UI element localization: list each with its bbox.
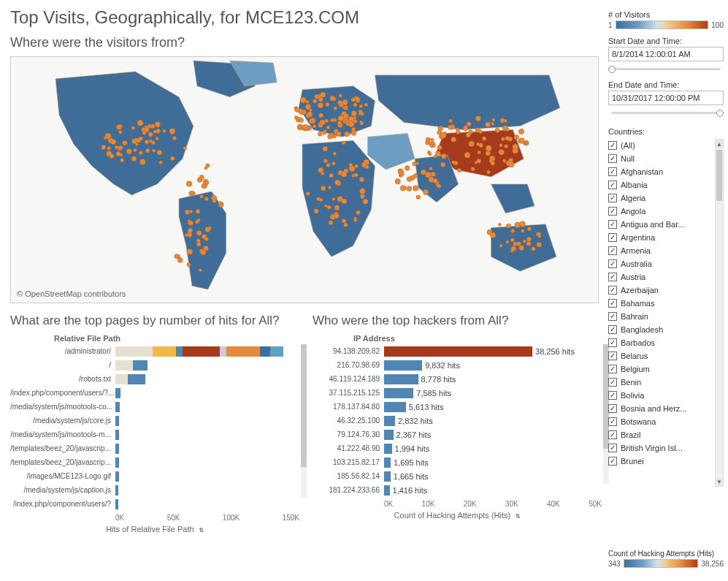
start-date-input[interactable] — [608, 47, 724, 61]
pages-bar-row[interactable]: /media/system/js/mootools-m... — [10, 428, 295, 441]
pages-bar-row[interactable]: / — [10, 358, 295, 372]
hackers-bar-row[interactable]: 181.224.233.661,416 hits — [313, 483, 597, 497]
svg-point-36 — [101, 145, 106, 149]
pages-row-label: /templates/beez_20/javascrip... — [10, 444, 115, 452]
country-filter-item[interactable]: ✓Barbados — [608, 336, 715, 349]
pages-bar-row[interactable]: /templates/beez_20/javascrip... — [10, 441, 295, 455]
country-filter-item[interactable]: ✓Bangladesh — [608, 323, 715, 336]
checkbox-icon[interactable]: ✓ — [608, 325, 617, 334]
country-filter-item[interactable]: ✓Brazil — [608, 428, 715, 441]
pages-bar-row[interactable]: /index.php/component/users/?... — [10, 386, 295, 400]
checkbox-icon[interactable]: ✓ — [608, 286, 617, 295]
checkbox-icon[interactable]: ✓ — [608, 141, 617, 150]
svg-point-297 — [475, 161, 478, 164]
hackers-row-value: 1,416 hits — [390, 486, 428, 495]
country-filter-item[interactable]: ✓Austria — [608, 270, 715, 284]
svg-point-77 — [206, 164, 210, 167]
scroll-thumb[interactable] — [716, 150, 722, 201]
checkbox-icon[interactable]: ✓ — [608, 233, 617, 242]
countries-scrollbar[interactable]: ▲ ▼ — [715, 139, 724, 487]
checkbox-icon[interactable]: ✓ — [608, 457, 617, 466]
checkbox-icon[interactable]: ✓ — [608, 352, 617, 360]
country-filter-item[interactable]: ✓Albania — [608, 178, 715, 191]
checkbox-icon[interactable]: ✓ — [608, 444, 617, 452]
country-filter-item[interactable]: ✓Afghanistan — [608, 165, 715, 178]
hackers-bar-row[interactable]: 79.124.76.302,367 hits — [313, 428, 597, 441]
checkbox-icon[interactable]: ✓ — [608, 391, 617, 400]
pages-bar-row[interactable]: /images/MCE123-Logo.gif — [10, 469, 295, 483]
svg-point-182 — [323, 146, 328, 151]
checkbox-icon[interactable]: ✓ — [608, 378, 617, 387]
checkbox-icon[interactable]: ✓ — [608, 299, 617, 308]
svg-point-367 — [413, 186, 418, 191]
country-filter-item[interactable]: ✓Argentina — [608, 231, 715, 244]
scroll-up-icon[interactable]: ▲ — [716, 140, 723, 148]
end-date-input[interactable] — [608, 91, 724, 105]
country-filter-item[interactable]: ✓Botswana — [608, 415, 715, 428]
checkbox-icon[interactable]: ✓ — [608, 181, 617, 189]
pages-bar-row[interactable]: /templates/beez_20/javascrip... — [10, 455, 295, 469]
checkbox-icon[interactable]: ✓ — [608, 194, 617, 202]
hackers-bar-row[interactable]: 216.70.98.699,832 hits — [313, 358, 597, 372]
country-filter-item[interactable]: ✓Antigua and Bar... — [608, 218, 715, 231]
hackers-bar-row[interactable]: 37.115.215.1257,585 hits — [313, 386, 597, 400]
hackers-row-value: 2,367 hits — [394, 430, 432, 439]
pages-bar-row[interactable]: /media/system/js/mootools-co... — [10, 400, 295, 414]
country-filter-item[interactable]: ✓Bosnia and Herz... — [608, 402, 715, 415]
country-filter-item[interactable]: ✓Bahamas — [608, 297, 715, 310]
country-filter-label: Brazil — [621, 430, 641, 439]
hackers-bar-row[interactable]: 94.138.209.8238,256 hits — [313, 344, 597, 358]
country-filter-item[interactable]: ✓Belgium — [608, 362, 715, 376]
pages-bar-row[interactable]: /index.php/component/users/? — [10, 497, 295, 511]
country-filter-item[interactable]: ✓Bolivia — [608, 389, 715, 402]
hackers-bar-row[interactable]: 185.56.82.141,665 hits — [313, 469, 597, 483]
start-date-slider[interactable] — [608, 64, 724, 75]
checkbox-icon[interactable]: ✓ — [608, 417, 617, 426]
checkbox-icon[interactable]: ✓ — [608, 273, 617, 281]
pages-bar-row[interactable]: /robots.txt — [10, 372, 295, 386]
hackers-bar-row[interactable]: 41.222.48.901,994 hits — [313, 441, 597, 455]
country-filter-item[interactable]: ✓Australia — [608, 257, 715, 270]
checkbox-icon[interactable]: ✓ — [608, 154, 617, 163]
checkbox-icon[interactable]: ✓ — [608, 430, 617, 439]
checkbox-icon[interactable]: ✓ — [608, 246, 617, 255]
svg-point-260 — [441, 153, 446, 159]
checkbox-icon[interactable]: ✓ — [608, 259, 617, 268]
country-filter-item[interactable]: ✓(All) — [608, 139, 715, 152]
checkbox-icon[interactable]: ✓ — [608, 404, 617, 413]
hackers-bar-row[interactable]: 46.32.25.1002,832 hits — [313, 414, 597, 428]
country-filter-item[interactable]: ✓Azerbaijan — [608, 284, 715, 297]
world-map-svg — [11, 57, 598, 303]
checkbox-icon[interactable]: ✓ — [608, 365, 617, 373]
pages-scrollbar[interactable] — [301, 344, 307, 498]
end-date-slider[interactable] — [608, 108, 724, 118]
country-filter-item[interactable]: ✓Brunei — [608, 455, 715, 468]
pages-bar-row[interactable]: /media/system/js/caption.js — [10, 483, 295, 497]
country-filter-item[interactable]: ✓British Virgin Isl... — [608, 441, 715, 455]
hackers-bar-row[interactable]: 103.215.82.171,695 hits — [313, 455, 597, 469]
checkbox-icon[interactable]: ✓ — [608, 338, 617, 347]
pages-bar-row[interactable]: /media/system/js/core.js — [10, 414, 295, 428]
country-filter-item[interactable]: ✓Belarus — [608, 349, 715, 362]
country-filter-item[interactable]: ✓Bahrain — [608, 310, 715, 323]
checkbox-icon[interactable]: ✓ — [608, 167, 617, 176]
country-filter-item[interactable]: ✓Benin — [608, 376, 715, 389]
svg-point-31 — [149, 140, 153, 143]
checkbox-icon[interactable]: ✓ — [608, 220, 617, 229]
country-filter-item[interactable]: ✓Armenia — [608, 244, 715, 257]
country-filter-item[interactable]: ✓Null — [608, 152, 715, 165]
hackers-bar-row[interactable]: 178.137.84.805,613 hits — [313, 400, 597, 414]
scroll-down-icon[interactable]: ▼ — [716, 477, 723, 486]
svg-point-208 — [334, 213, 339, 218]
hackers-bar-row[interactable]: 46.119.124.1898,778 hits — [313, 372, 597, 386]
pages-bar-row[interactable]: /administrator/ — [10, 344, 295, 358]
pages-x-axis-title: Hits of Relative File Path ⇅ — [10, 522, 299, 534]
country-filter-item[interactable]: ✓Angola — [608, 205, 715, 218]
hackers-row-value: 8,778 hits — [418, 375, 456, 384]
checkbox-icon[interactable]: ✓ — [608, 207, 617, 216]
country-filter-item[interactable]: ✓Algeria — [608, 191, 715, 205]
hackers-row-value: 38,256 hits — [532, 347, 575, 356]
pages-row-bar — [115, 346, 295, 357]
checkbox-icon[interactable]: ✓ — [608, 312, 617, 321]
visitor-map[interactable]: © OpenStreetMap contributors — [10, 56, 599, 303]
